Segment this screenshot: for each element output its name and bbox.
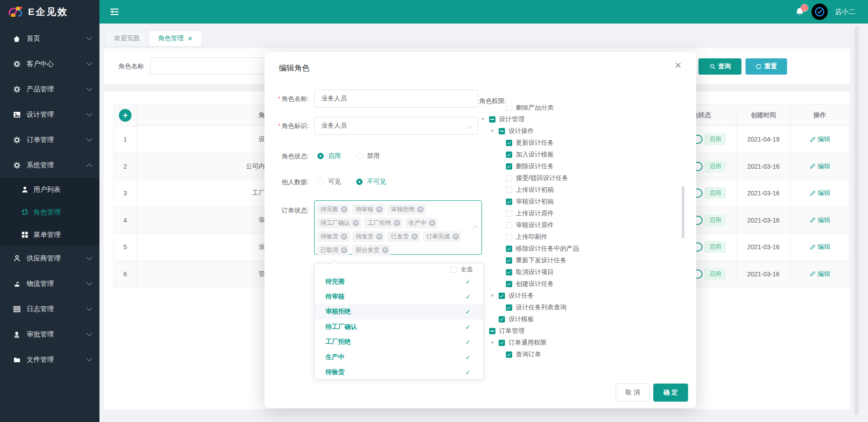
- remove-tag-icon[interactable]: ✕: [341, 233, 347, 240]
- tree-checkbox[interactable]: [506, 163, 512, 170]
- tree-node[interactable]: 查询订单: [480, 349, 679, 360]
- sidebar-item-product-management[interactable]: 产品管理: [0, 77, 99, 102]
- role-code-select[interactable]: 业务人员: [314, 117, 478, 135]
- remove-tag-icon[interactable]: ✕: [429, 220, 435, 226]
- tree-checkbox[interactable]: [499, 128, 505, 134]
- edit-button[interactable]: 编辑: [810, 243, 830, 251]
- sidebar-item-menu-management[interactable]: 菜单管理: [0, 223, 99, 246]
- remove-tag-icon[interactable]: ✕: [376, 206, 382, 213]
- dropdown-option[interactable]: 待完善✓: [315, 274, 483, 289]
- edit-button[interactable]: 编辑: [810, 189, 830, 197]
- sidebar-item-order-management[interactable]: 订单管理: [0, 128, 99, 153]
- tree-node[interactable]: 删除产品分类: [480, 105, 679, 114]
- sidebar-item-user-list[interactable]: 用户列表: [0, 178, 99, 201]
- tree-checkbox[interactable]: [506, 281, 512, 287]
- tree-node[interactable]: 取消设计项目: [480, 266, 679, 278]
- tab-role-management[interactable]: 角色管理 ✕: [149, 30, 202, 47]
- caret-down-icon[interactable]: [491, 341, 494, 344]
- query-button[interactable]: 查询: [698, 58, 741, 75]
- tree-node[interactable]: 更新设计任务: [480, 137, 679, 149]
- tree-checkbox[interactable]: [499, 293, 505, 299]
- sidebar-item-design-management[interactable]: 设计管理: [0, 102, 99, 128]
- reset-button[interactable]: 重置: [745, 58, 787, 75]
- remove-tag-icon[interactable]: ✕: [453, 233, 459, 240]
- tree-node[interactable]: 设计管理: [480, 114, 679, 125]
- dropdown-option[interactable]: 工厂拒绝✓: [315, 335, 483, 350]
- dropdown-option[interactable]: 待验货✓: [315, 365, 483, 379]
- tree-checkbox[interactable]: [506, 175, 512, 181]
- tree-node[interactable]: 加入设计模板: [480, 149, 679, 161]
- remove-tag-icon[interactable]: ✕: [411, 233, 418, 240]
- tree-node[interactable]: 设计操作: [480, 125, 679, 137]
- sidebar-item-supplier-management[interactable]: 供应商管理: [0, 246, 99, 271]
- close-tab-icon[interactable]: ✕: [188, 35, 193, 42]
- tree-node[interactable]: 上传设计原件: [480, 208, 679, 219]
- tree-checkbox[interactable]: [506, 152, 512, 158]
- caret-down-icon[interactable]: [481, 118, 485, 121]
- sidebar-item-system-management[interactable]: 系统管理: [0, 153, 99, 178]
- sidebar-item-logistics-management[interactable]: 物流管理: [0, 271, 99, 297]
- caret-down-icon[interactable]: [491, 294, 494, 297]
- tree-node[interactable]: 移除设计任务中的产品: [480, 243, 679, 255]
- remove-tag-icon[interactable]: ✕: [376, 233, 382, 240]
- sidebar-item-approval-management[interactable]: 审批管理: [0, 322, 99, 347]
- tree-checkbox[interactable]: [506, 257, 512, 264]
- remove-tag-icon[interactable]: ✕: [417, 206, 424, 213]
- sidebar-item-file-management[interactable]: 文件管理: [0, 347, 99, 373]
- notifications-button[interactable]: 1: [795, 7, 804, 16]
- dropdown-option[interactable]: 待工厂确认✓: [315, 319, 483, 334]
- radio-invisible[interactable]: [356, 179, 363, 185]
- dropdown-option[interactable]: 待审核✓: [315, 289, 483, 304]
- order-status-multiselect[interactable]: 待完善✕待审核✕审核拒绝✕待工厂确认✕工厂拒绝✕生产中✕待验货✕待发货✕已发货✕…: [314, 200, 482, 255]
- menu-fold-icon[interactable]: [110, 8, 119, 15]
- tree-node[interactable]: 设计模板: [480, 313, 679, 325]
- tree-scrollbar-thumb[interactable]: [682, 186, 684, 238]
- select-all-checkbox[interactable]: [450, 266, 457, 273]
- dialog-close-icon[interactable]: ✕: [675, 61, 682, 70]
- tree-checkbox[interactable]: [506, 140, 512, 146]
- tree-node[interactable]: 重新下发设计任务: [480, 255, 679, 266]
- tree-node[interactable]: 创建设计任务: [480, 278, 679, 290]
- tree-checkbox[interactable]: [506, 246, 512, 252]
- edit-button[interactable]: 编辑: [810, 216, 830, 224]
- tree-node[interactable]: 设计任务列表查询: [480, 302, 679, 313]
- tree-node[interactable]: 上传设计初稿: [480, 184, 679, 196]
- dropdown-option[interactable]: 审核拒绝✓: [315, 304, 483, 319]
- avatar[interactable]: [811, 4, 828, 20]
- tree-node[interactable]: 上传印刷件: [480, 231, 679, 243]
- tree-checkbox[interactable]: [506, 351, 512, 358]
- remove-tag-icon[interactable]: ✕: [394, 220, 400, 226]
- sidebar-item-customer-center[interactable]: 客户中心: [0, 52, 99, 77]
- chevron-up-icon[interactable]: [472, 225, 478, 231]
- user-name[interactable]: 店小二: [835, 8, 855, 16]
- tab-welcome[interactable]: 欢迎页面: [105, 30, 149, 47]
- dialog-role-name-input[interactable]: [314, 90, 478, 108]
- tree-checkbox[interactable]: [489, 328, 495, 334]
- add-role-button[interactable]: +: [119, 109, 132, 122]
- radio-visible[interactable]: [317, 179, 324, 185]
- tree-checkbox[interactable]: [506, 210, 512, 217]
- tree-checkbox[interactable]: [506, 187, 512, 193]
- radio-enabled[interactable]: [317, 153, 324, 159]
- cancel-button[interactable]: 取 消: [616, 384, 650, 402]
- remove-tag-icon[interactable]: ✕: [341, 247, 347, 253]
- edit-button[interactable]: 编辑: [810, 162, 830, 171]
- sidebar-item-log-management[interactable]: 日志管理: [0, 297, 99, 322]
- edit-button[interactable]: 编辑: [810, 135, 830, 143]
- tree-checkbox[interactable]: [489, 116, 495, 123]
- page-scrollbar[interactable]: [854, 24, 859, 422]
- tree-node[interactable]: 接受/驳回设计任务: [480, 172, 679, 184]
- tree-checkbox[interactable]: [506, 105, 512, 111]
- tree-node[interactable]: 审核设计原件: [480, 219, 679, 231]
- radio-disabled[interactable]: [356, 153, 363, 159]
- tree-node[interactable]: 设计任务: [480, 290, 679, 302]
- caret-down-icon[interactable]: [491, 130, 494, 133]
- tree-checkbox[interactable]: [506, 304, 512, 311]
- tree-checkbox[interactable]: [499, 340, 505, 346]
- confirm-button[interactable]: 确 定: [653, 384, 688, 402]
- tree-checkbox[interactable]: [499, 316, 505, 322]
- remove-tag-icon[interactable]: ✕: [382, 247, 388, 253]
- select-all-row[interactable]: 全选: [315, 265, 483, 274]
- tree-checkbox[interactable]: [506, 222, 512, 228]
- tree-node[interactable]: 订单管理: [480, 325, 679, 337]
